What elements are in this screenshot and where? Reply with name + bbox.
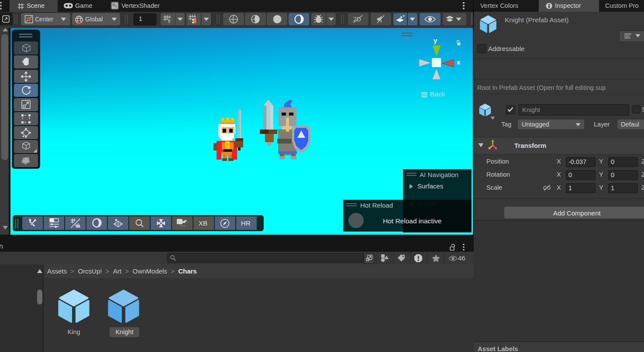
svg-text:Y: Y bbox=[168, 19, 171, 24]
